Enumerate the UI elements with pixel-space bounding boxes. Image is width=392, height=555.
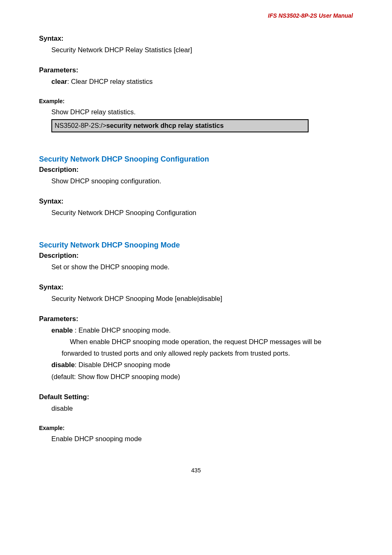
param-enable: enable : Enable DHCP snooping mode. (51, 324, 353, 336)
code-box: NS3502-8P-2S:/>security network dhcp rel… (51, 119, 309, 132)
param-disable-text: : Disable DHCP snooping mode (75, 361, 171, 368)
section-title-snooping-config: Security Network DHCP Snooping Configura… (39, 155, 353, 164)
default-setting-text: disable (51, 402, 353, 414)
param-clear-bold: clear (51, 78, 67, 85)
page-header: IFS NS3502-8P-2S User Manual (39, 12, 353, 19)
parameters-label: Parameters: (39, 66, 353, 74)
description-text-3: Set or show the DHCP snooping mode. (51, 261, 353, 273)
description-label-3: Description: (39, 252, 353, 259)
syntax-label-3: Syntax: (39, 283, 353, 291)
param-default-hint: (default: Show flow DHCP snooping mode) (51, 371, 353, 382)
code-command: security network dhcp relay statistics (106, 122, 224, 129)
syntax-text-3: Security Network DHCP Snooping Mode [ena… (51, 293, 353, 304)
page-number: 435 (39, 467, 353, 474)
parameters-label-3: Parameters: (39, 315, 353, 323)
param-clear-text: : Clear DHCP relay statistics (67, 78, 153, 85)
example-label-3: Example: (39, 425, 353, 431)
example-text-3: Enable DHCP snooping mode (51, 433, 353, 444)
description-text: Show DHCP snooping configuration. (51, 175, 353, 187)
description-label: Description: (39, 166, 353, 173)
default-setting-label: Default Setting: (39, 393, 353, 401)
example-text: Show DHCP relay statistics. (51, 106, 353, 118)
param-disable: disable: Disable DHCP snooping mode (51, 359, 353, 370)
syntax-label-2: Syntax: (39, 197, 353, 205)
param-disable-bold: disable (51, 361, 75, 368)
syntax-text: Security Network DHCP Relay Statistics [… (51, 44, 353, 56)
syntax-label: Syntax: (39, 35, 353, 42)
param-enable-detail-2: forwarded to trusted ports and only allo… (62, 347, 353, 359)
param-enable-bold: enable (51, 326, 73, 334)
param-enable-text: : Enable DHCP snooping mode. (73, 326, 171, 334)
section-title-snooping-mode: Security Network DHCP Snooping Mode (39, 241, 353, 250)
parameters-text: clear: Clear DHCP relay statistics (51, 76, 353, 87)
param-enable-detail-1: When enable DHCP snooping mode operation… (70, 336, 353, 347)
code-prefix: NS3502-8P-2S:/> (55, 122, 106, 129)
example-label: Example: (39, 98, 353, 104)
syntax-text-2: Security Network DHCP Snooping Configura… (51, 207, 353, 218)
